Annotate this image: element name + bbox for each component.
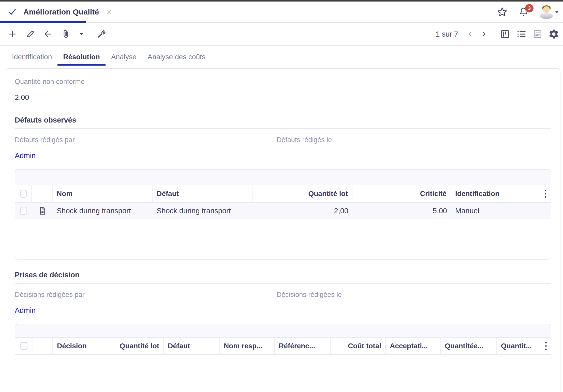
form-icon xyxy=(532,29,543,39)
tab-resolution[interactable]: Résolution xyxy=(57,46,106,68)
add-button[interactable] xyxy=(4,26,21,42)
column-header-acceptation[interactable]: Acceptati... xyxy=(386,338,441,354)
column-header-decision[interactable]: Décision xyxy=(53,338,108,354)
paperclip-icon xyxy=(61,29,70,39)
list-view-button[interactable] xyxy=(513,26,529,42)
decisions-redigees-par-value-link[interactable]: Admin xyxy=(15,306,36,315)
defects-meta-labels: Défauts rédigés par Défauts rédigés le xyxy=(15,136,551,144)
decisions-table-empty-area xyxy=(15,355,551,392)
settings-button[interactable] xyxy=(546,26,562,42)
document-tab[interactable]: Amélioration Qualité xyxy=(0,2,120,22)
document-tab-title: Amélioration Qualité xyxy=(23,8,99,16)
defects-table-toolbar-strip xyxy=(15,170,551,185)
row-checkbox[interactable] xyxy=(20,207,27,215)
tabbar-right-actions: 3 xyxy=(497,2,563,22)
table-options-button[interactable] xyxy=(540,185,551,202)
user-menu-caret-icon xyxy=(555,11,559,13)
decisions-redigees-le-label: Décisions rédigées le xyxy=(277,291,539,299)
attachments-button[interactable] xyxy=(57,26,75,42)
cell-defaut: Shock during transport xyxy=(153,203,253,219)
section-divider xyxy=(15,283,551,284)
toolbar-right-group: 1 sur 7 xyxy=(436,26,562,42)
kanban-icon xyxy=(500,29,510,39)
column-header-cout-total[interactable]: Coût total xyxy=(331,338,386,354)
chevron-right-icon xyxy=(480,30,487,38)
record-toolbar: 1 sur 7 xyxy=(0,23,563,46)
magic-wand-button[interactable] xyxy=(93,26,110,42)
column-header-quantitee[interactable]: Quantitée... xyxy=(441,338,497,354)
decisions-table-header: Décision Quantité lot Défaut Nom resp...… xyxy=(15,338,551,355)
select-all-checkbox[interactable] xyxy=(20,342,27,350)
cell-criticite: 5,00 xyxy=(352,203,451,219)
close-tab-icon[interactable] xyxy=(106,8,113,16)
defauts-rediges-par-label: Défauts rédigés par xyxy=(15,136,277,144)
magic-wand-icon xyxy=(97,29,106,39)
row-icon-column-header xyxy=(32,185,53,202)
defect-table-row[interactable]: Shock during transport Shock during tran… xyxy=(15,203,551,219)
decisions-table-toolbar-strip xyxy=(15,324,551,338)
column-header-criticite[interactable]: Criticité xyxy=(352,185,451,202)
saved-check-icon xyxy=(8,7,17,17)
app-window: Amélioration Qualité 3 xyxy=(0,0,563,392)
next-record-button[interactable] xyxy=(477,26,490,42)
resolution-panel: Quantité non conforme 2,00 Défauts obser… xyxy=(6,68,560,392)
more-actions-dropdown[interactable] xyxy=(75,26,88,42)
kanban-view-button[interactable] xyxy=(497,26,513,42)
pencil-icon xyxy=(26,29,35,39)
kebab-menu-icon xyxy=(545,190,546,198)
column-header-quantite-lot[interactable]: Quantité lot xyxy=(253,185,352,202)
document-tab-bar: Amélioration Qualité 3 xyxy=(0,2,563,23)
column-header-quantite-lot[interactable]: Quantité lot xyxy=(108,338,164,354)
record-pager: 1 sur 7 xyxy=(436,30,458,38)
toolbar-left-group xyxy=(4,26,110,42)
document-icon xyxy=(37,206,47,216)
row-icon-column-header xyxy=(33,338,53,354)
cell-nom: Shock during transport xyxy=(53,203,153,219)
defauts-rediges-par-value-link[interactable]: Admin xyxy=(15,152,36,160)
user-avatar xyxy=(540,5,553,19)
caret-down-icon xyxy=(78,31,85,37)
quantite-non-conforme-label: Quantité non conforme xyxy=(15,78,551,86)
column-header-quantit[interactable]: Quantit... xyxy=(497,338,541,354)
column-header-defaut[interactable]: Défaut xyxy=(164,338,220,354)
cell-quantite-lot: 2,00 xyxy=(253,203,352,219)
quantite-non-conforme-value: 2,00 xyxy=(15,93,551,102)
column-header-identification[interactable]: Identification xyxy=(451,185,540,202)
chevron-left-icon xyxy=(467,30,474,38)
column-header-reference[interactable]: Référenc... xyxy=(275,338,331,354)
star-icon xyxy=(497,7,508,17)
tab-identification[interactable]: Identification xyxy=(6,46,57,68)
cell-identification: Manuel xyxy=(451,203,540,219)
user-menu[interactable] xyxy=(540,5,559,19)
back-button[interactable] xyxy=(39,26,57,42)
arrow-left-icon xyxy=(43,29,53,39)
previous-record-button[interactable] xyxy=(464,26,477,42)
tab-analyse[interactable]: Analyse xyxy=(106,46,142,68)
notifications-button[interactable]: 3 xyxy=(518,7,529,17)
active-tab-underline xyxy=(0,21,86,23)
column-header-defaut[interactable]: Défaut xyxy=(153,185,253,202)
gear-icon xyxy=(548,28,559,40)
decisions-table: Décision Quantité lot Défaut Nom resp...… xyxy=(15,324,551,392)
tab-analyse-des-couts[interactable]: Analyse des coûts xyxy=(142,46,211,68)
column-header-nom[interactable]: Nom xyxy=(53,185,153,202)
defects-table-header: Nom Défaut Quantité lot Criticité Identi… xyxy=(15,185,551,203)
decisions-meta-labels: Décisions rédigées par Décisions rédigée… xyxy=(15,291,551,299)
edit-button[interactable] xyxy=(21,26,39,42)
plus-icon xyxy=(8,29,17,39)
select-all-checkbox[interactable] xyxy=(20,190,27,198)
section-tabs: Identification Résolution Analyse Analys… xyxy=(0,46,563,68)
notification-count-badge: 3 xyxy=(525,4,534,12)
form-view-button[interactable] xyxy=(529,26,546,42)
favorite-star-button[interactable] xyxy=(497,7,508,17)
table-options-button[interactable] xyxy=(541,338,551,354)
section-divider xyxy=(15,128,551,129)
defauts-rediges-le-label: Défauts rédigés le xyxy=(277,136,539,144)
column-header-nom-resp[interactable]: Nom resp... xyxy=(220,338,275,354)
defects-table-empty-area xyxy=(15,219,551,259)
defauts-observes-heading: Défauts observés xyxy=(15,116,551,124)
list-icon xyxy=(516,29,527,39)
prises-de-decision-heading: Prises de décision xyxy=(15,271,551,279)
decisions-redigees-par-label: Décisions rédigées par xyxy=(15,291,277,299)
defects-table: Nom Défaut Quantité lot Criticité Identi… xyxy=(15,169,551,260)
